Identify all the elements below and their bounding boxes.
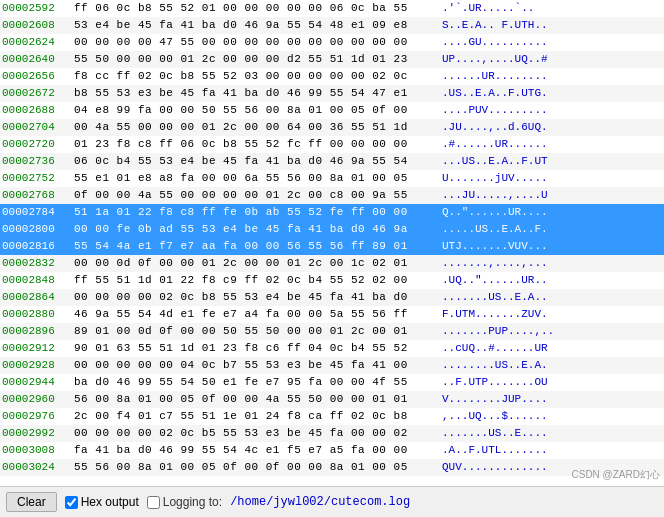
ascii-cell: .......US..E.... [442, 425, 548, 442]
hex-bytes-cell: 56 00 8a 01 00 05 0f 00 00 4a 55 50 00 0… [74, 391, 434, 408]
address-cell: 00002592 [2, 0, 74, 17]
table-row[interactable]: 00002672 b8 55 53 e3 be 45 fa 41 ba d0 4… [0, 85, 664, 102]
table-row[interactable]: 00002656 f8 cc ff 02 0c b8 55 52 03 00 0… [0, 68, 664, 85]
table-row[interactable]: 00002624 00 00 00 00 47 55 00 00 00 00 0… [0, 34, 664, 51]
table-row[interactable]: 00002784 51 1a 01 22 f8 c8 ff fe 0b ab 5… [0, 204, 664, 221]
hex-bytes-cell: ff 55 51 1d 01 22 f8 c9 ff 02 0c b4 55 5… [74, 272, 434, 289]
ascii-cell: ....PUV......... [442, 102, 548, 119]
hex-bytes-cell: 00 00 0d 0f 00 00 01 2c 00 00 01 2c 00 1… [74, 255, 434, 272]
table-row[interactable]: 00002720 01 23 f8 c8 ff 06 0c b8 55 52 f… [0, 136, 664, 153]
hex-bytes-cell: 2c 00 f4 01 c7 55 51 1e 01 24 f8 ca ff 0… [74, 408, 434, 425]
address-cell: 00002976 [2, 408, 74, 425]
address-cell: 00002752 [2, 170, 74, 187]
ascii-cell: .UQ.."......UR.. [442, 272, 548, 289]
address-cell: 00002912 [2, 340, 74, 357]
table-row[interactable]: 00002592 ff 06 0c b8 55 52 01 00 00 00 0… [0, 0, 664, 17]
logging-checkbox[interactable] [147, 496, 160, 509]
address-cell: 00002992 [2, 425, 74, 442]
hex-view[interactable]: 00002592 ff 06 0c b8 55 52 01 00 00 00 0… [0, 0, 664, 486]
table-row[interactable]: 00002960 56 00 8a 01 00 05 0f 00 00 4a 5… [0, 391, 664, 408]
address-cell: 00002672 [2, 85, 74, 102]
bottom-bar: Clear Hex output Logging to: /home/jywl0… [0, 486, 664, 517]
ascii-cell: UTJ.......VUV... [442, 238, 548, 255]
hex-bytes-cell: 55 50 00 00 00 01 2c 00 00 00 d2 55 51 1… [74, 51, 434, 68]
hex-bytes-cell: 55 e1 01 e8 a8 fa 00 00 6a 55 56 00 8a 0… [74, 170, 434, 187]
table-row[interactable]: 00002608 53 e4 be 45 fa 41 ba d0 46 9a 5… [0, 17, 664, 34]
ascii-cell: F.UTM.......ZUV. [442, 306, 548, 323]
address-cell: 00002896 [2, 323, 74, 340]
table-row[interactable]: 00002848 ff 55 51 1d 01 22 f8 c9 ff 02 0… [0, 272, 664, 289]
hex-output-checkbox[interactable] [65, 496, 78, 509]
ascii-cell: ....GU.......... [442, 34, 548, 51]
table-row[interactable]: 00002816 55 54 4a e1 f7 e7 aa fa 00 00 5… [0, 238, 664, 255]
ascii-cell: S..E.A.. F.UTH.. [442, 17, 548, 34]
hex-bytes-cell: 46 9a 55 54 4d e1 fe e7 a4 fa 00 00 5a 5… [74, 306, 434, 323]
table-row[interactable]: 00002832 00 00 0d 0f 00 00 01 2c 00 00 0… [0, 255, 664, 272]
table-row[interactable]: 00003024 55 56 00 8a 01 00 05 0f 00 0f 0… [0, 459, 664, 476]
table-row[interactable]: 00002992 00 00 00 00 02 0c b5 55 53 e3 b… [0, 425, 664, 442]
ascii-cell: .'`.UR.....`.. [442, 0, 534, 17]
address-cell: 00002784 [2, 204, 74, 221]
table-row[interactable]: 00002928 00 00 00 00 00 04 0c b7 55 53 e… [0, 357, 664, 374]
ascii-cell: .US..E.A..F.UTG. [442, 85, 548, 102]
address-cell: 00002720 [2, 136, 74, 153]
hex-bytes-cell: 00 00 fe 0b ad 55 53 e4 be 45 fa 41 ba d… [74, 221, 434, 238]
hex-bytes-cell: 53 e4 be 45 fa 41 ba d0 46 9a 55 54 48 e… [74, 17, 434, 34]
ascii-cell: ..F.UTP.......OU [442, 374, 548, 391]
ascii-cell: ......UR........ [442, 68, 548, 85]
table-row[interactable]: 00002800 00 00 fe 0b ad 55 53 e4 be 45 f… [0, 221, 664, 238]
hex-bytes-cell: 0f 00 00 4a 55 00 00 00 00 01 2c 00 c8 0… [74, 187, 434, 204]
address-cell: 00002704 [2, 119, 74, 136]
hex-bytes-cell: b8 55 53 e3 be 45 fa 41 ba d0 46 99 55 5… [74, 85, 434, 102]
address-cell: 00002768 [2, 187, 74, 204]
hex-bytes-cell: 06 0c b4 55 53 e4 be 45 fa 41 ba d0 46 9… [74, 153, 434, 170]
hex-bytes-cell: 00 4a 55 00 00 00 01 2c 00 00 64 00 36 5… [74, 119, 434, 136]
table-row[interactable]: 00002640 55 50 00 00 00 01 2c 00 00 00 d… [0, 51, 664, 68]
table-row[interactable]: 00002912 90 01 63 55 51 1d 01 23 f8 c6 f… [0, 340, 664, 357]
ascii-cell: U.......jUV..... [442, 170, 548, 187]
table-row[interactable]: 00002976 2c 00 f4 01 c7 55 51 1e 01 24 f… [0, 408, 664, 425]
address-cell: 00002928 [2, 357, 74, 374]
table-row[interactable]: 00003008 fa 41 ba d0 46 99 55 54 4c e1 f… [0, 442, 664, 459]
hex-bytes-cell: ff 06 0c b8 55 52 01 00 00 00 00 00 06 0… [74, 0, 434, 17]
hex-bytes-cell: 90 01 63 55 51 1d 01 23 f8 c6 ff 04 0c b… [74, 340, 434, 357]
address-cell: 00003008 [2, 442, 74, 459]
ascii-cell: .A..F.UTL....... [442, 442, 548, 459]
table-row[interactable]: 00002864 00 00 00 00 02 0c b8 55 53 e4 b… [0, 289, 664, 306]
table-row[interactable]: 00002896 89 01 00 0d 0f 00 00 50 55 50 0… [0, 323, 664, 340]
clear-button[interactable]: Clear [6, 492, 57, 512]
address-cell: 00002800 [2, 221, 74, 238]
address-cell: 00002832 [2, 255, 74, 272]
address-cell: 00002736 [2, 153, 74, 170]
hex-bytes-cell: f8 cc ff 02 0c b8 55 52 03 00 00 00 00 0… [74, 68, 434, 85]
ascii-cell: .#......UR...... [442, 136, 548, 153]
logging-path: /home/jywl002/cutecom.log [230, 495, 410, 509]
address-cell: 00002816 [2, 238, 74, 255]
ascii-cell: ,...UQ...$...... [442, 408, 548, 425]
ascii-cell: ...JU.....,....U [442, 187, 548, 204]
table-row[interactable]: 00002736 06 0c b4 55 53 e4 be 45 fa 41 b… [0, 153, 664, 170]
table-row[interactable]: 00002688 04 e8 99 fa 00 00 50 55 56 00 8… [0, 102, 664, 119]
hex-bytes-cell: 51 1a 01 22 f8 c8 ff fe 0b ab 55 52 fe f… [74, 204, 434, 221]
table-row[interactable]: 00002768 0f 00 00 4a 55 00 00 00 00 01 2… [0, 187, 664, 204]
hex-output-label[interactable]: Hex output [65, 495, 139, 509]
hex-bytes-cell: 00 00 00 00 02 0c b8 55 53 e4 be 45 fa 4… [74, 289, 434, 306]
address-cell: 00002656 [2, 68, 74, 85]
table-row[interactable]: 00002704 00 4a 55 00 00 00 01 2c 00 00 6… [0, 119, 664, 136]
address-cell: 00002960 [2, 391, 74, 408]
ascii-cell: QUV............. [442, 459, 548, 476]
table-row[interactable]: 00002752 55 e1 01 e8 a8 fa 00 00 6a 55 5… [0, 170, 664, 187]
ascii-cell: .......,....,... [442, 255, 548, 272]
table-row[interactable]: 00002944 ba d0 46 99 55 54 50 e1 fe e7 9… [0, 374, 664, 391]
hex-bytes-cell: 89 01 00 0d 0f 00 00 50 55 50 00 00 01 2… [74, 323, 434, 340]
logging-checkbox-label[interactable]: Logging to: [147, 495, 222, 509]
address-cell: 00002864 [2, 289, 74, 306]
hex-bytes-cell: 55 54 4a e1 f7 e7 aa fa 00 00 56 55 56 f… [74, 238, 434, 255]
logging-label-text: Logging to: [163, 495, 222, 509]
hex-bytes-cell: 04 e8 99 fa 00 00 50 55 56 00 8a 01 00 0… [74, 102, 434, 119]
address-cell: 00002880 [2, 306, 74, 323]
table-row[interactable]: 00002880 46 9a 55 54 4d e1 fe e7 a4 fa 0… [0, 306, 664, 323]
hex-bytes-cell: ba d0 46 99 55 54 50 e1 fe e7 95 fa 00 0… [74, 374, 434, 391]
ascii-cell: ........US..E.A. [442, 357, 548, 374]
ascii-cell: ...US..E.A..F.UT [442, 153, 548, 170]
